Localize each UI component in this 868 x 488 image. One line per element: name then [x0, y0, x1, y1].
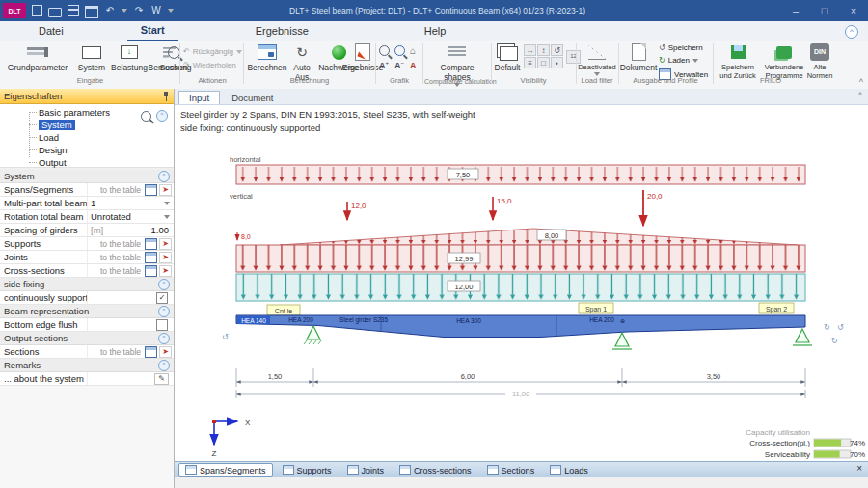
undo-dropdown-icon[interactable] — [122, 9, 127, 13]
visibility-toggle-icon[interactable]: ↕ — [537, 44, 550, 56]
section-collapse-icon[interactable]: ^ — [158, 333, 170, 344]
font-larger-icon[interactable]: A+ — [379, 60, 389, 70]
open-table-icon[interactable] — [145, 346, 157, 358]
goto-table-icon[interactable]: ➤ — [159, 252, 172, 263]
open-file-icon[interactable] — [48, 8, 62, 17]
tag-span-2[interactable]: Span 2 — [759, 303, 794, 313]
tree-collapse-icon[interactable]: ^ — [156, 110, 168, 122]
tag-cantilever-left[interactable]: Cnt le — [267, 305, 300, 315]
new-file-icon[interactable] — [32, 5, 42, 16]
font-color-icon[interactable]: A — [410, 61, 417, 70]
rotation-select[interactable]: Unrotated — [87, 210, 174, 223]
menu-help[interactable]: Help — [411, 21, 460, 41]
visibility-default-button[interactable]: Default — [493, 42, 522, 72]
support-1[interactable] — [304, 326, 321, 344]
open-table-icon[interactable] — [145, 184, 157, 196]
rotation-icon[interactable]: ↻ — [824, 323, 830, 332]
menu-start[interactable]: Start — [127, 20, 178, 42]
goto-table-icon[interactable]: ➤ — [159, 265, 172, 277]
berechnen-button[interactable]: Berechnen — [245, 42, 289, 72]
tab-document[interactable]: Document — [222, 92, 283, 104]
bottom-edge-checkbox[interactable] — [156, 319, 168, 331]
support-3[interactable] — [793, 329, 812, 345]
section-header-system[interactable]: System^ — [0, 170, 174, 183]
continuously-supported-checkbox[interactable]: ✓ — [156, 292, 168, 304]
tab-input[interactable]: Input — [178, 91, 220, 104]
profile-speichern-button[interactable]: ↺ Speichern — [659, 43, 703, 52]
section-header-side-fixing[interactable]: side fixing^ — [0, 278, 174, 291]
tag-span-1[interactable]: Span 1 — [579, 303, 613, 313]
pin-icon[interactable] — [162, 92, 170, 101]
goto-table-icon[interactable]: ➤ — [159, 238, 172, 250]
bottom-tab-joints[interactable]: Joints — [341, 464, 391, 476]
collapse-panel-icon[interactable]: ^ — [858, 91, 862, 100]
section-header-output-sections[interactable]: Output sections^ — [0, 332, 174, 345]
horizontal-load-band[interactable]: 7,50 — [236, 165, 805, 184]
rotation-icon[interactable]: ↻ — [831, 337, 838, 345]
verbundene-programme-button[interactable]: Verbundene Programme — [763, 42, 805, 80]
redo-icon[interactable]: ↷ — [133, 5, 145, 16]
bottom-tab-loads[interactable]: Loads — [544, 464, 594, 476]
uniform-load-red[interactable]: 12,99 — [236, 245, 805, 272]
menu-datei[interactable]: Datei — [25, 21, 77, 41]
section-collapse-icon[interactable]: ^ — [158, 171, 170, 182]
spacing-input[interactable]: [m]1.00 — [87, 224, 174, 236]
triangular-load[interactable]: 8,00 — [236, 229, 805, 245]
profile-laden-button[interactable]: ↻ Laden — [659, 56, 698, 65]
section-header-beam-representation[interactable]: Beam representation^ — [0, 305, 174, 318]
zoom-window-icon[interactable] — [394, 45, 405, 56]
point-load-1[interactable]: 12,0 — [347, 202, 366, 220]
grundparameter-button[interactable]: Grundparameter — [2, 42, 73, 72]
qat-dropdown-icon[interactable] — [168, 9, 174, 13]
close-table-strip-icon[interactable]: × — [856, 463, 862, 474]
point-load-3[interactable]: 20,0 — [643, 190, 663, 226]
visibility-toggle-icon[interactable]: ≡ — [524, 57, 536, 68]
tree-item-output[interactable]: Output — [0, 157, 174, 170]
bottom-tab-supports[interactable]: Supports — [277, 464, 338, 476]
support-2[interactable] — [612, 333, 632, 349]
open-table-icon[interactable] — [145, 265, 157, 277]
ribbon-collapse-icon[interactable]: ^ — [859, 77, 863, 87]
visibility-toggle-icon[interactable]: ▪ — [551, 57, 563, 68]
edit-remarks-icon[interactable]: ✎ — [154, 373, 169, 385]
section-collapse-icon[interactable]: ^ — [158, 279, 170, 290]
speichern-zurueck-button[interactable]: Speichern und Zurück — [715, 42, 761, 80]
rotation-icon[interactable]: ↺ — [222, 333, 229, 341]
font-smaller-icon[interactable]: A− — [394, 60, 404, 70]
section-header-remarks[interactable]: Remarks^ — [0, 359, 174, 372]
system-button[interactable]: System — [75, 42, 108, 72]
bottom-tab-cross-sections[interactable]: Cross-sections — [393, 464, 477, 476]
zoom-icon[interactable] — [379, 45, 390, 56]
open-table-icon[interactable] — [145, 238, 157, 250]
bottom-tab-sections[interactable]: Sections — [481, 464, 541, 476]
bottom-tab-spans[interactable]: Spans/Segments — [178, 463, 273, 477]
zoom-home-icon[interactable]: ⌂ — [410, 45, 416, 56]
uniform-load-teal[interactable]: 12,00 — [236, 274, 805, 301]
undo-icon[interactable]: ↶ — [104, 5, 116, 16]
goto-table-icon[interactable]: ➤ — [159, 184, 172, 196]
open-table-icon[interactable] — [145, 252, 157, 263]
point-load-2[interactable]: 15,0 — [493, 197, 512, 220]
style-options-icon[interactable]: ^ — [845, 25, 858, 39]
undo-button[interactable]: ↶ Rückgängig — [183, 47, 242, 56]
visibility-toggle-icon[interactable]: □ — [537, 57, 550, 68]
redo-button[interactable]: ↷ Wiederholen — [183, 61, 236, 69]
load-filter-button[interactable]: Deactivated — [577, 42, 617, 76]
dokument-button[interactable]: Dokument — [620, 42, 657, 72]
section-collapse-icon[interactable]: ^ — [158, 360, 170, 371]
section-collapse-icon[interactable]: ^ — [158, 306, 170, 317]
visibility-toggle-icon[interactable]: ↺ — [551, 44, 563, 56]
tree-item-load[interactable]: Load — [0, 132, 174, 145]
rotation-icon[interactable]: ↺ — [837, 323, 844, 332]
visibility-toggle-icon[interactable]: ↔ — [524, 44, 536, 56]
close-button[interactable]: × — [839, 0, 868, 21]
goto-table-icon[interactable]: ➤ — [159, 346, 172, 358]
maximize-button[interactable]: □ — [810, 0, 839, 21]
tree-item-design[interactable]: Design — [0, 145, 174, 157]
multipart-select[interactable]: 1 — [87, 197, 174, 209]
minimize-button[interactable]: – — [781, 0, 810, 21]
save-icon[interactable] — [68, 5, 79, 16]
alte-normen-button[interactable]: DIN Alte Normen — [805, 42, 834, 80]
w-tool-icon[interactable]: W — [150, 5, 162, 16]
menu-ergebnisse[interactable]: Ergebnisse — [242, 21, 322, 41]
